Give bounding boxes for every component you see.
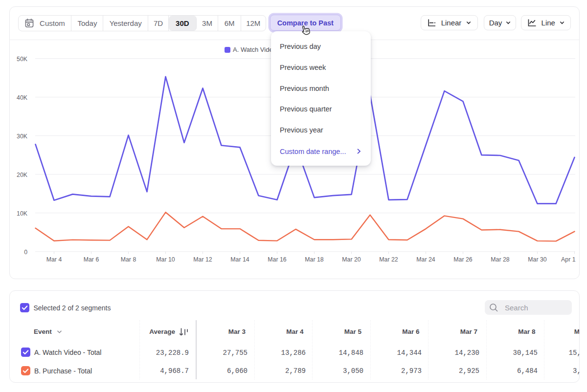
svg-text:Mar 16: Mar 16	[268, 256, 286, 263]
svg-text:0: 0	[24, 249, 27, 256]
svg-text:Mar 28: Mar 28	[491, 256, 509, 263]
svg-text:Mar 18: Mar 18	[305, 256, 323, 263]
svg-text:50K: 50K	[17, 56, 28, 63]
svg-text:Apr 1: Apr 1	[561, 256, 576, 263]
svg-text:Mar 24: Mar 24	[416, 256, 435, 263]
svg-text:Mar 30: Mar 30	[528, 256, 546, 263]
svg-text:Mar 12: Mar 12	[193, 256, 212, 263]
svg-text:Mar 26: Mar 26	[453, 256, 472, 263]
svg-text:Mar 8: Mar 8	[121, 256, 136, 263]
svg-text:Mar 14: Mar 14	[230, 256, 249, 263]
svg-text:20K: 20K	[17, 172, 28, 178]
svg-text:40K: 40K	[17, 94, 28, 101]
svg-text:10K: 10K	[17, 210, 28, 217]
svg-text:Mar 22: Mar 22	[379, 256, 398, 263]
svg-text:Mar 10: Mar 10	[156, 256, 175, 263]
svg-text:Mar 20: Mar 20	[342, 256, 361, 263]
svg-text:Mar 4: Mar 4	[46, 256, 62, 263]
svg-text:Mar 6: Mar 6	[84, 256, 99, 263]
svg-text:30K: 30K	[17, 133, 28, 140]
